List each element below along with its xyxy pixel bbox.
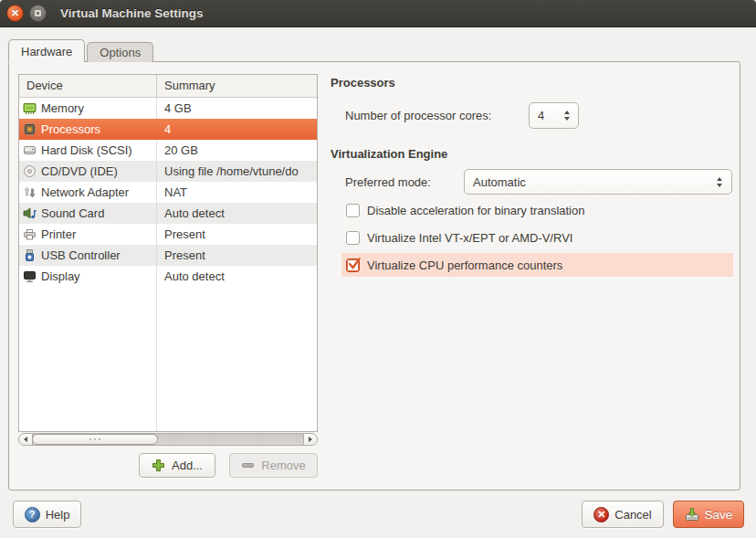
device-label: Display <box>41 269 80 283</box>
column-header-summary[interactable]: Summary <box>157 75 317 97</box>
combo-down-icon <box>717 184 722 187</box>
help-button[interactable]: ? Help <box>13 501 81 528</box>
remove-button-label: Remove <box>261 459 305 472</box>
tab-hardware[interactable]: Hardware <box>8 39 85 62</box>
cores-label: Number of processor cores: <box>345 109 491 122</box>
restore-square <box>35 10 41 16</box>
remove-button[interactable]: Remove <box>229 453 318 478</box>
device-row-hard-disk-scsi-[interactable]: Hard Disk (SCSI)20 GB <box>19 140 317 161</box>
preferred-mode-value: Automatic <box>465 175 717 189</box>
device-row-cd-dvd-ide-[interactable]: CD/DVD (IDE)Using file /home/vtune/do <box>19 161 317 182</box>
virtualization-checkboxes: Disable acceleration for binary translat… <box>341 198 733 277</box>
hardware-panel: Device Summary Memory4 GBProcessors4Hard… <box>8 61 740 491</box>
right-arrow-icon <box>309 437 312 442</box>
spinner-arrows <box>564 111 578 121</box>
virtualization-heading: Virtualization Engine <box>331 147 447 161</box>
device-row-network-adapter[interactable]: Network AdapterNAT <box>19 182 317 203</box>
device-cell: Memory <box>19 98 157 119</box>
device-cell: Sound Card <box>19 203 157 224</box>
summary-label: 4 <box>164 122 171 136</box>
cancel-button-label: Cancel <box>614 508 651 522</box>
device-cell: Printer <box>19 224 157 245</box>
combo-up-icon <box>717 177 722 181</box>
device-label: Memory <box>41 101 84 115</box>
tab-options[interactable]: Options <box>87 42 153 62</box>
grip-dot <box>99 438 100 440</box>
processor-cores-spinner[interactable]: 4 <box>529 102 579 129</box>
checkbox-unchecked-icon[interactable] <box>346 204 360 217</box>
horizontal-scrollbar[interactable] <box>18 433 318 446</box>
device-label: USB Controller <box>41 248 121 262</box>
checkbox-row-2[interactable]: Virtualize CPU performance counters <box>341 253 733 277</box>
device-row-usb-controller[interactable]: USB ControllerPresent <box>19 245 317 266</box>
summary-label: Auto detect <box>164 269 225 283</box>
checkbox-unchecked-icon[interactable] <box>346 231 360 245</box>
summary-label: 20 GB <box>164 143 198 157</box>
memory-icon <box>23 101 37 115</box>
column-divider <box>19 287 157 431</box>
column-header-device[interactable]: Device <box>19 75 157 97</box>
sound-card-icon <box>23 206 37 220</box>
scroll-left-icon[interactable] <box>19 434 33 445</box>
spinner-down-icon[interactable] <box>564 117 570 121</box>
summary-label: 4 GB <box>164 101 192 115</box>
processor-cores-value: 4 <box>530 109 564 122</box>
summary-cell: NAT <box>157 182 317 203</box>
titlebar: ✕ Virtual Machine Settings <box>0 0 756 27</box>
save-button-label: Save <box>705 508 733 522</box>
checkbox-label: Virtualize CPU performance counters <box>367 258 562 272</box>
window-title: Virtual Machine Settings <box>60 6 204 20</box>
device-cell: Network Adapter <box>19 182 157 203</box>
summary-cell: Present <box>157 245 317 266</box>
device-row-display[interactable]: DisplayAuto detect <box>19 266 317 287</box>
summary-cell: Auto detect <box>157 203 317 224</box>
spinner-up-icon[interactable] <box>564 111 570 114</box>
device-label: Processors <box>41 122 100 136</box>
add-button-label: Add... <box>172 459 203 472</box>
summary-cell: 4 <box>157 119 317 140</box>
save-button[interactable]: Save <box>673 501 744 528</box>
cancel-button[interactable]: ✕ Cancel <box>582 501 664 528</box>
device-row-sound-card[interactable]: Sound CardAuto detect <box>19 203 317 224</box>
cancel-x-icon: ✕ <box>593 507 609 522</box>
summary-cell: Present <box>157 224 317 245</box>
device-table-body: Memory4 GBProcessors4Hard Disk (SCSI)20 … <box>19 98 317 431</box>
network-adapter-icon <box>23 185 37 199</box>
device-cell: CD/DVD (IDE) <box>19 161 157 182</box>
checkbox-row-0[interactable]: Disable acceleration for binary translat… <box>341 198 733 222</box>
device-label: CD/DVD (IDE) <box>41 164 118 178</box>
scroll-right-icon[interactable] <box>303 434 317 445</box>
device-row-processors[interactable]: Processors4 <box>19 119 317 140</box>
summary-label: Auto detect <box>164 206 225 220</box>
device-label: Network Adapter <box>41 185 129 199</box>
summary-cell: Auto detect <box>157 266 317 287</box>
scrollbar-thumb[interactable] <box>32 434 158 445</box>
hard-disk-icon <box>23 143 37 157</box>
summary-cell: Using file /home/vtune/do <box>157 161 317 182</box>
processor-icon <box>23 122 37 136</box>
checkbox-label: Virtualize Intel VT-x/EPT or AMD-V/RVI <box>367 231 572 245</box>
checkbox-row-1[interactable]: Virtualize Intel VT-x/EPT or AMD-V/RVI <box>341 226 733 249</box>
device-cell: Display <box>19 266 157 287</box>
device-row-printer[interactable]: PrinterPresent <box>19 224 317 245</box>
device-label: Hard Disk (SCSI) <box>41 143 132 157</box>
remove-minus-icon <box>241 459 256 473</box>
device-row-memory[interactable]: Memory4 GB <box>19 98 317 119</box>
processors-heading: Processors <box>331 76 395 90</box>
summary-label: Present <box>164 227 205 241</box>
device-table: Device Summary Memory4 GBProcessors4Hard… <box>18 74 318 432</box>
preferred-mode-select[interactable]: Automatic <box>464 169 732 195</box>
restore-icon[interactable] <box>29 5 47 22</box>
checkbox-checked-icon[interactable] <box>346 258 360 272</box>
device-table-header: Device Summary <box>19 75 317 98</box>
usb-controller-icon <box>23 248 37 262</box>
grip-dot <box>89 438 91 440</box>
cd-dvd-icon <box>23 164 37 178</box>
printer-icon <box>23 227 37 241</box>
add-button[interactable]: Add... <box>139 453 215 478</box>
close-icon[interactable]: ✕ <box>6 5 24 22</box>
device-cell: Hard Disk (SCSI) <box>19 140 157 161</box>
tabbar: Hardware Options <box>8 39 155 62</box>
device-label: Sound Card <box>41 206 104 220</box>
grip-dot <box>94 438 96 440</box>
